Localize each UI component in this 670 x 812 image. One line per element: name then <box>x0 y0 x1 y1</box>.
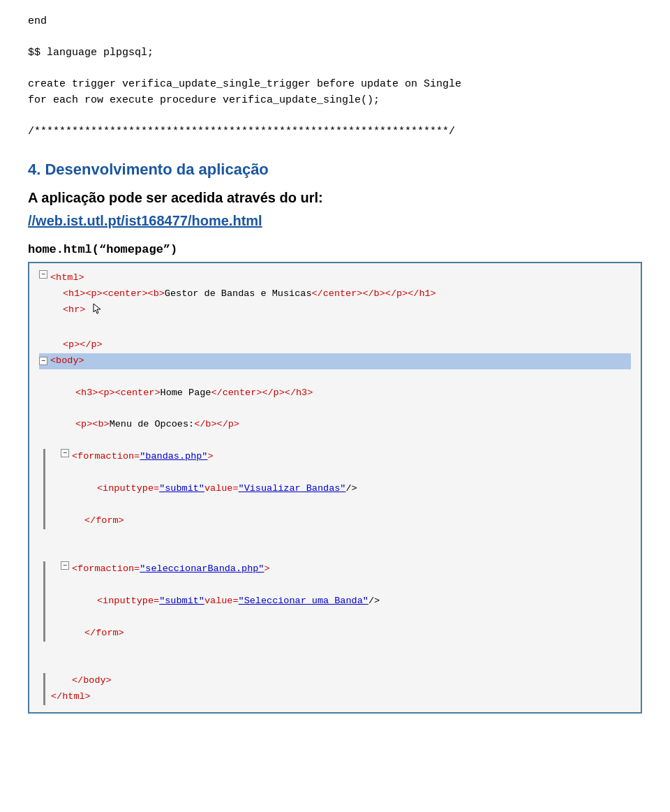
code-line-language: $$ language plpgsql; <box>28 45 642 61</box>
html-line-12: − <form action="bandas.php"> <box>48 449 631 465</box>
html-line-2: <h1><p> <center><b>Gestor de Bandas e Mu… <box>39 286 631 302</box>
html-closehtml: </html> <box>48 689 91 705</box>
html-line-1: − <html> <box>39 270 631 286</box>
html-line-25 <box>39 658 631 674</box>
html-line-9 <box>39 401 631 418</box>
collapse-html[interactable]: − <box>39 270 47 279</box>
collapse-form1[interactable]: − <box>61 449 69 457</box>
code-line-empty3 <box>28 108 642 124</box>
section4-subheading: A aplicação pode ser acedida através do … <box>28 190 642 206</box>
code-line-empty2 <box>28 61 642 77</box>
html-line-3: <hr> <box>39 302 631 321</box>
html-line-19: − <form action="seleccionarBanda.php"> <box>48 561 631 577</box>
form-block-1: − <form action="bandas.php"> <input type… <box>39 449 631 529</box>
code-line-end: end <box>28 14 642 30</box>
code-line-divider: /***************************************… <box>28 124 642 140</box>
html-line-23: </form> <box>48 626 631 642</box>
html-line-20 <box>48 577 631 593</box>
html-line-11 <box>39 433 631 449</box>
section4-heading: 4. Desenvolvimento da aplicação <box>28 161 642 179</box>
home-html-label: home.html(“homepage”) <box>28 243 642 256</box>
cursor-indicator <box>92 302 102 321</box>
html-line-4 <box>39 321 631 337</box>
collapse-form2[interactable]: − <box>61 561 69 570</box>
html-line-27: </html> <box>39 689 631 705</box>
html-line-22 <box>48 610 631 626</box>
html-line-10: <p><b>Menu de Opcoes:</b></p> <box>39 417 631 433</box>
html-line-26: </body> <box>39 673 631 689</box>
html-line-7 <box>39 369 631 385</box>
html-line-17 <box>39 529 631 545</box>
html-line-15 <box>48 497 631 513</box>
html-line-14: <input type="submit" value="Visualizar B… <box>48 481 631 497</box>
code-line-empty1 <box>28 30 642 46</box>
html-line-24 <box>39 642 631 658</box>
section4-url[interactable]: //web.ist.utl.pt/ist168477/home.html <box>28 213 642 229</box>
html-line-6: − <body> <box>39 353 631 369</box>
html-line-5: <p></p> <box>39 337 631 353</box>
sql-code-block: end $$ language plpgsql; create trigger … <box>28 14 642 140</box>
html-line-16: </form> <box>48 513 631 529</box>
html-viewer-pane: − <html> <h1><p> <center><b>Gestor de Ba… <box>28 262 642 714</box>
code-line-create: create trigger verifica_update_single_tr… <box>28 77 642 93</box>
html-line-18 <box>39 545 631 561</box>
html-line-21: <input type="submit" value="Seleccionar … <box>48 593 631 610</box>
html-closebody: </body> <box>48 673 112 689</box>
html-line-13 <box>48 465 631 481</box>
code-line-for: for each row execute procedure verifica_… <box>28 93 642 109</box>
svg-marker-0 <box>94 304 100 313</box>
form-block-2: − <form action="seleccionarBanda.php"> <… <box>39 561 631 642</box>
collapse-body[interactable]: − <box>39 357 47 365</box>
html-line-8: <h3><p><center>Home Page</center></p></h… <box>39 385 631 401</box>
